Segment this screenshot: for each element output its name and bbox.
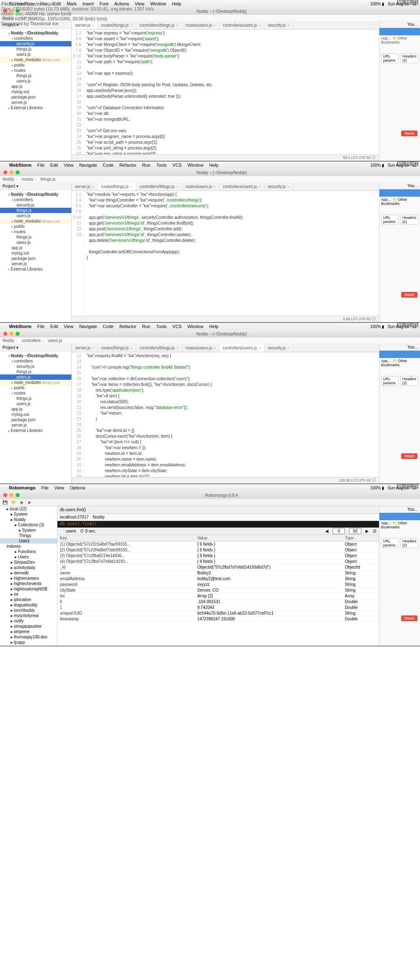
editor-tab[interactable]: routes/users.js ×	[182, 344, 219, 352]
connection-item[interactable]: ▸ hightechevents	[0, 581, 57, 586]
close-tab-icon[interactable]: ×	[214, 185, 216, 189]
connection-item[interactable]: ▸ turnuppstats	[0, 645, 57, 646]
view-tree-icon[interactable]: ☰	[373, 529, 377, 533]
editor-tab[interactable]: security.js ×	[265, 344, 293, 352]
table-row[interactable]: nameBobby2String	[57, 570, 379, 576]
tree-item[interactable]: users.js	[0, 78, 71, 84]
query-input[interactable]: db.users.find()	[57, 521, 379, 528]
editor-tab[interactable]: controllers/users.js ×	[219, 344, 265, 352]
tree-item[interactable]: package.json	[0, 256, 71, 261]
connection-item[interactable]: ▸ stripeme	[0, 629, 57, 634]
editor-tab[interactable]: security.js ×	[265, 21, 293, 29]
tree-item[interactable]: server.js	[0, 422, 71, 428]
tree-item[interactable]: server.js	[0, 100, 71, 105]
tree-item[interactable]: node_modules library root	[0, 57, 71, 62]
table-row[interactable]: 0-104.991531Double	[57, 599, 379, 605]
pager-from[interactable]	[333, 528, 345, 534]
reset-button[interactable]: Reset	[401, 131, 418, 136]
close-tab-icon[interactable]: ×	[130, 346, 132, 350]
editor-tab[interactable]: routes/users.js ×	[182, 21, 219, 29]
connections-tree[interactable]: ▸ local (22)▸ System▸ Noddy▸ Collections…	[0, 506, 57, 646]
tree-item[interactable]: package.json	[0, 417, 71, 422]
tree-item[interactable]: security.js	[0, 41, 71, 46]
editor-tab[interactable]: controllers/things.js ×	[136, 344, 182, 352]
tree-item[interactable]: mylog.out	[0, 89, 71, 94]
close-tab-icon[interactable]: ×	[176, 23, 178, 28]
editor-tab[interactable]: routes/users.js ×	[182, 183, 219, 190]
table-row[interactable]: 19.742043Double	[57, 605, 379, 610]
close-tab-icon[interactable]: ×	[259, 23, 261, 28]
table-row[interactable]: _idObjectId("57c2fbd7d7efdd14193d6d7d")O…	[57, 565, 379, 570]
connection-item[interactable]: ▸ lunchbuddy	[0, 608, 57, 613]
editor-tab[interactable]: routes/things.js ×	[98, 344, 137, 352]
url-params-tab[interactable]: URL params	[381, 53, 399, 63]
tree-item[interactable]: things.js	[0, 369, 71, 374]
connection-item[interactable]: ▸ highercareers	[0, 576, 57, 581]
connection-item[interactable]: ▸ iot	[0, 592, 57, 597]
tree-item[interactable]: app.js	[0, 406, 71, 412]
editor-tab[interactable]: controllers/things.js ×	[136, 183, 182, 190]
headers-tab[interactable]: Headers (2)	[400, 53, 418, 63]
tree-item[interactable]: mylog.out	[0, 412, 71, 417]
tree-item[interactable]: routes	[0, 390, 71, 396]
table-row[interactable]: (2) ObjectId("57c22f4d8ef73ee59155...{ 6…	[57, 547, 379, 553]
save-icon[interactable]: 💾	[2, 500, 7, 505]
connection-item[interactable]: ▸ tjcapp	[0, 640, 57, 645]
editor-tab[interactable]: controllers/users.js ×	[219, 21, 265, 29]
connection-item[interactable]: Things	[0, 533, 57, 538]
tree-item[interactable]: things.js	[0, 234, 71, 240]
pager-size[interactable]	[349, 528, 361, 534]
connection-item[interactable]: ▸ Functions	[0, 549, 57, 554]
tree-item[interactable]: routes	[0, 68, 71, 73]
tree-item[interactable]: security.js	[0, 364, 71, 369]
editor-tab[interactable]: security.js ×	[265, 183, 293, 190]
tree-item[interactable]: users.js	[0, 401, 71, 406]
tree-item[interactable]: mylog.out	[0, 250, 71, 256]
connection-item[interactable]: ▸ thomasjay100-dev	[0, 634, 57, 640]
editor-tab[interactable]: server.js ×	[72, 183, 98, 190]
tree-item[interactable]: public	[0, 62, 71, 68]
tree-item[interactable]: public	[0, 385, 71, 390]
table-row[interactable]: timestamp1472396247.191000Double	[57, 616, 379, 622]
tree-item[interactable]: node_modules library root	[0, 218, 71, 224]
tree-item[interactable]: users.js	[0, 374, 71, 380]
connection-item[interactable]: ▸ leaguebuddy	[0, 602, 57, 608]
close-tab-icon[interactable]: ×	[130, 185, 132, 189]
play-icon[interactable]: ▶	[21, 500, 24, 505]
tree-item[interactable]: things.js	[0, 208, 71, 213]
close-tab-icon[interactable]: ×	[92, 346, 94, 350]
connection-item[interactable]: ▸ hightoustonightDB	[0, 586, 57, 592]
close-tab-icon[interactable]: ×	[288, 23, 290, 28]
connection-item[interactable]: ▸ Noddy	[0, 517, 57, 522]
close-tab-icon[interactable]: ×	[176, 185, 178, 189]
close-tab-icon[interactable]: ×	[259, 346, 261, 350]
connection-item[interactable]: ▸ Collections (3)	[0, 522, 57, 528]
tree-item[interactable]: External Libraries	[0, 428, 71, 433]
code-content[interactable]: "kw">var express = "kw">require('express…	[84, 30, 379, 154]
tree-item[interactable]: app.js	[0, 84, 71, 89]
connection-item[interactable]: ▸ activitystats	[0, 565, 57, 570]
close-tab-icon[interactable]: ×	[288, 185, 290, 189]
table-row[interactable]: (3) ObjectId("57c2f8a6219e14036...{ 8 fi…	[57, 553, 379, 559]
open-icon[interactable]: 📂	[11, 500, 16, 505]
stop-icon[interactable]: ■	[28, 500, 30, 505]
tree-item[interactable]: users.js	[0, 240, 71, 245]
table-row[interactable]: uniqueUUIDbc544a70-6d5e-11e6-ab22-5d377c…	[57, 610, 379, 616]
tree-item[interactable]: controllers	[0, 197, 71, 202]
table-row[interactable]: passwordxxyyzzString	[57, 582, 379, 588]
close-tab-icon[interactable]: ×	[214, 23, 216, 28]
connection-item[interactable]: indexes	[0, 544, 57, 549]
connection-item[interactable]: ▸ local (22)	[0, 506, 57, 512]
tree-item[interactable]: users.js	[0, 52, 71, 57]
connection-item[interactable]: ▸ mysctivityreal	[0, 613, 57, 618]
connection-item[interactable]: ▸ System	[0, 528, 57, 533]
project-sidebar[interactable]: Project ▾ Noddy ~/Desktop/Noddycontrolle…	[0, 21, 72, 161]
tree-item[interactable]: server.js	[0, 261, 71, 266]
tree-item[interactable]: app.js	[0, 245, 71, 250]
table-row[interactable]: (1) ObjectId("57c22c548ef7fae59155...{ 6…	[57, 542, 379, 547]
result-table[interactable]: Key Value Type (1) ObjectId("57c22c548ef…	[57, 535, 379, 646]
close-icon[interactable]: ✕	[415, 22, 418, 27]
editor-tab[interactable]: controllers/users.js ×	[219, 183, 265, 190]
connection-item[interactable]: ▸ iplocation	[0, 597, 57, 602]
connection-item[interactable]: ▸ notify	[0, 618, 57, 624]
